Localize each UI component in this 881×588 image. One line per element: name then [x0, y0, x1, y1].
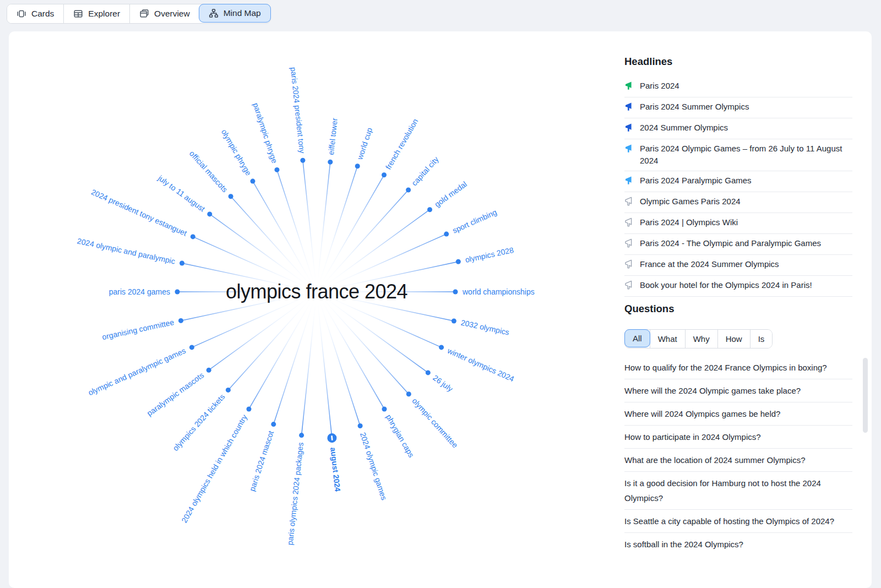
headline-item[interactable]: Olympic Games Paris 2024	[624, 192, 852, 213]
branch-dot[interactable]	[226, 388, 231, 393]
headline-item[interactable]: Paris 2024 Paralympic Games	[624, 171, 852, 192]
branch-dot[interactable]	[300, 158, 305, 163]
main-card: world championships2032 olympicswinter o…	[9, 31, 872, 588]
collapse-node-icon[interactable]	[327, 433, 338, 443]
branch-dot[interactable]	[178, 318, 183, 323]
questions-scrollbar[interactable]	[863, 358, 868, 433]
branch-dot[interactable]	[251, 179, 255, 184]
branch-line	[320, 303, 360, 426]
branch-label[interactable]: winter olympics 2024	[445, 346, 515, 383]
branch-label[interactable]: 2024 president tony estanguet	[90, 187, 188, 237]
branch-dot[interactable]	[180, 261, 184, 266]
filter-is[interactable]: Is	[750, 330, 773, 348]
branch-label[interactable]: olympics 2028	[464, 246, 514, 264]
branch-dot[interactable]	[191, 234, 195, 239]
branch-label[interactable]: 2024 olympic games	[358, 431, 389, 501]
tab-cards[interactable]: Cards	[7, 4, 63, 23]
branch-dot[interactable]	[406, 391, 411, 396]
headline-item[interactable]: Paris 2024 | Olympics Wiki	[624, 213, 852, 234]
branch-label[interactable]: paris 2024 mascot	[247, 429, 275, 492]
filter-why[interactable]: Why	[685, 330, 717, 348]
question-item[interactable]: Is Seattle a city capable of hosting the…	[624, 510, 852, 533]
branch-dot[interactable]	[247, 407, 252, 412]
headline-text: Olympic Games Paris 2024	[640, 195, 749, 208]
headline-item[interactable]: 2024 Summer Olympics	[624, 118, 852, 139]
question-item[interactable]: Is it a good decision for Hamburg not to…	[624, 472, 852, 510]
branch-label[interactable]: gold medal	[433, 179, 469, 209]
branch-dot[interactable]	[275, 167, 280, 172]
branch-label[interactable]: olympic committee	[410, 396, 460, 450]
headline-item[interactable]: France at the 2024 Summer Olympics	[624, 255, 852, 276]
branch-dot[interactable]	[453, 290, 458, 295]
branch-dot[interactable]	[427, 207, 432, 212]
questions-list: How to qualify for the 2024 France Olymp…	[624, 356, 852, 556]
branch-dot[interactable]	[206, 368, 211, 373]
branch-label[interactable]: sport climbing	[451, 208, 498, 235]
megaphone-icon	[624, 101, 634, 114]
tab-overview[interactable]: Overview	[129, 4, 199, 23]
branch-label[interactable]: world championships	[462, 287, 535, 296]
branch-label[interactable]: august 2024	[329, 447, 342, 492]
branch-label[interactable]: paralympic mascots	[145, 371, 205, 418]
branch-label[interactable]: official mascots	[188, 149, 230, 194]
branch-dot[interactable]	[439, 345, 444, 350]
headline-item[interactable]: Paris 2024	[624, 77, 852, 97]
filter-all[interactable]: All	[624, 329, 650, 347]
branch-dot[interactable]	[382, 172, 387, 177]
branch-label[interactable]: olympic phryge	[220, 128, 253, 177]
branch-label[interactable]: olympic and paralympic games	[87, 346, 187, 398]
tab-label: Cards	[31, 9, 54, 19]
branch-dot[interactable]	[426, 370, 431, 375]
megaphone-icon	[624, 237, 634, 251]
branch-label[interactable]: paralympic phryge	[251, 102, 279, 165]
branch-dot[interactable]	[271, 422, 276, 427]
branch-line	[303, 160, 316, 280]
headline-item[interactable]: Book your hotel for the Olympics 2024 in…	[624, 276, 852, 297]
tab-explorer[interactable]: Explorer	[63, 4, 129, 23]
headline-item[interactable]: Paris 2024 - The Olympic and Paralympic …	[624, 234, 852, 255]
branch-dot[interactable]	[355, 164, 360, 168]
filter-how[interactable]: How	[717, 330, 750, 348]
branch-label[interactable]: 26 july	[431, 373, 454, 394]
question-item[interactable]: How to participate in 2024 Olympics?	[624, 426, 852, 449]
branch-label[interactable]: phrygian caps	[384, 413, 416, 459]
question-item[interactable]: How to qualify for the 2024 France Olymp…	[624, 356, 852, 379]
branch-dot[interactable]	[382, 407, 387, 412]
branch-label[interactable]: 2024 olympic and paralympic	[77, 236, 176, 265]
question-item[interactable]: Is softball in the 2024 Olympics?	[624, 533, 852, 556]
branch-dot[interactable]	[175, 290, 180, 295]
branch-label[interactable]: paris olympics 2024 packages	[285, 442, 305, 546]
branch-label[interactable]: organising committee	[101, 318, 175, 341]
headline-item[interactable]: Paris 2024 Olympic Games – from 26 July …	[624, 139, 852, 171]
questions-title: Questions	[624, 303, 674, 315]
branch-label[interactable]: olympics 2024 tickets	[171, 392, 226, 453]
branch-dot[interactable]	[299, 433, 304, 438]
megaphone-icon	[624, 143, 634, 156]
branch-label[interactable]: 2032 olympics	[460, 318, 510, 337]
branch-line	[228, 301, 308, 390]
branch-label[interactable]: world cup	[355, 127, 374, 161]
branch-dot[interactable]	[207, 211, 212, 216]
headline-item[interactable]: Paris 2024 Summer Olympics	[624, 97, 852, 118]
branch-label[interactable]: paris 2024 games	[109, 287, 170, 296]
question-item[interactable]: Where will 2024 Olympics games be held?	[624, 402, 852, 426]
branch-line	[274, 303, 313, 424]
filter-what[interactable]: What	[650, 330, 685, 348]
branch-label[interactable]: eiffel tower	[327, 117, 339, 155]
branch-dot[interactable]	[328, 160, 333, 165]
question-item[interactable]: What are the location of 2024 summer Oly…	[624, 449, 852, 472]
branch-label[interactable]: french revolution	[384, 117, 420, 171]
branch-dot[interactable]	[452, 319, 456, 324]
branch-dot[interactable]	[189, 345, 194, 350]
branch-dot[interactable]	[406, 188, 411, 193]
branch-dot[interactable]	[229, 194, 233, 199]
tab-mind-map[interactable]: Mind Map	[199, 4, 271, 23]
branch-line	[302, 304, 316, 435]
question-item[interactable]: Where will the 2024 Olympic games take p…	[624, 379, 852, 402]
branch-label[interactable]: capital city	[410, 155, 440, 187]
branch-label[interactable]: paris 2024 president tony	[289, 67, 307, 154]
branch-dot[interactable]	[358, 423, 363, 428]
branch-label[interactable]: july to 11 august	[156, 173, 206, 214]
branch-dot[interactable]	[456, 259, 461, 264]
branch-dot[interactable]	[444, 232, 449, 237]
